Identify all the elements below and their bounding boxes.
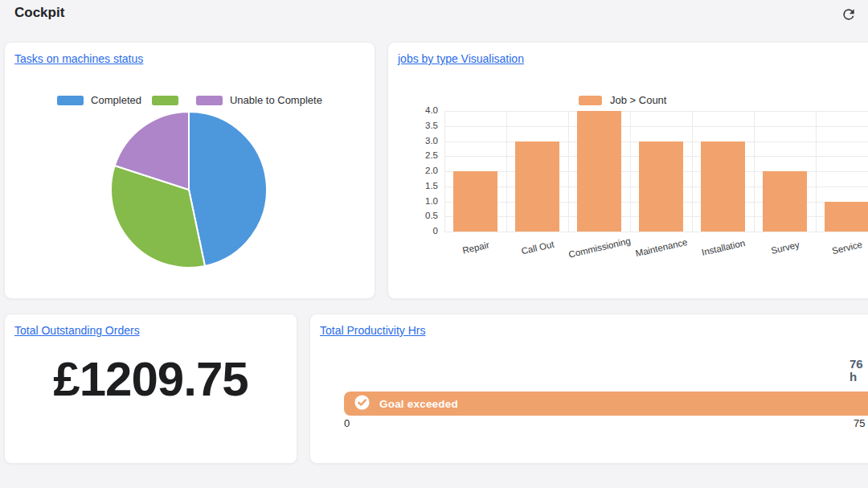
gridline-horizontal	[444, 232, 868, 232]
tasks-pie-chart	[108, 109, 269, 270]
bar-service[interactable]	[825, 202, 868, 232]
bar-call-out[interactable]	[515, 141, 559, 232]
goal-status-label: Goal exceeded	[379, 398, 458, 410]
y-tick-label: 1.0	[411, 196, 438, 206]
pie-legend-item-unable-to-complete: Unable to Complete	[196, 94, 322, 106]
check-icon	[354, 395, 370, 413]
refresh-button[interactable]	[840, 6, 858, 24]
card-jobs-by-type: jobs by type Visualisation Job > Count 0…	[387, 42, 868, 299]
y-tick-label: 2.5	[411, 150, 438, 160]
outstanding-orders-value: £1209.75	[5, 351, 297, 407]
pie-legend-swatch	[196, 96, 223, 105]
pie-legend-label: Completed	[91, 94, 141, 106]
bar-commissioning[interactable]	[577, 111, 621, 232]
goal-progress-bar: Goal exceeded	[344, 392, 868, 416]
gridline-vertical	[692, 111, 693, 232]
gridline-horizontal	[444, 126, 868, 127]
bar-survey[interactable]	[763, 171, 807, 232]
bar-maintenance[interactable]	[639, 141, 683, 232]
pie-legend-label: Unable to Complete	[230, 94, 322, 106]
pie-legend-swatch	[152, 96, 178, 105]
bar-repair[interactable]	[453, 171, 497, 232]
progress-axis-end: 75	[854, 417, 865, 429]
gridline-vertical	[568, 111, 569, 232]
y-tick-label: 0	[411, 226, 438, 236]
orders-card-title-link[interactable]: Total Outstanding Orders	[14, 324, 140, 337]
productivity-value-number: 76	[850, 358, 863, 371]
bar-installation[interactable]	[701, 141, 745, 232]
gridline-vertical	[444, 111, 445, 232]
productivity-value: 76 h	[850, 358, 863, 383]
card-total-outstanding-orders: Total Outstanding Orders £1209.75	[4, 314, 297, 464]
y-tick-label: 3.0	[411, 136, 438, 146]
pie-legend: CompletedUnable to Complete	[5, 94, 375, 106]
progress-axis-start: 0	[344, 417, 350, 429]
gridline-vertical	[630, 111, 631, 232]
top-bar: Cockpit	[0, 0, 868, 31]
gridline-vertical	[754, 111, 755, 232]
tasks-card-title-link[interactable]: Tasks on machines status	[14, 52, 143, 65]
card-tasks-on-machines: Tasks on machines status CompletedUnable…	[4, 42, 375, 299]
jobs-bar-chart: 00.51.01.52.02.53.03.54.0RepairCall OutC…	[388, 43, 868, 298]
refresh-icon	[841, 13, 857, 25]
gridline-horizontal	[444, 111, 868, 112]
page-title: Cockpit	[14, 5, 64, 21]
y-tick-label: 2.0	[411, 166, 438, 175]
pie-legend-item-2	[152, 96, 186, 105]
gridline-vertical	[506, 111, 507, 232]
gridline-vertical	[816, 111, 817, 232]
card-total-productivity-hrs: Total Productivity Hrs 76 h Goal exceede…	[309, 314, 868, 464]
pie-legend-item-completed: Completed	[57, 94, 141, 106]
y-tick-label: 3.5	[411, 121, 438, 130]
productivity-card-title-link[interactable]: Total Productivity Hrs	[320, 324, 425, 337]
y-tick-label: 0.5	[411, 211, 438, 220]
y-tick-label: 1.5	[411, 181, 438, 191]
productivity-value-unit: h	[850, 371, 863, 383]
pie-legend-swatch	[57, 96, 84, 105]
y-tick-label: 4.0	[411, 105, 438, 115]
